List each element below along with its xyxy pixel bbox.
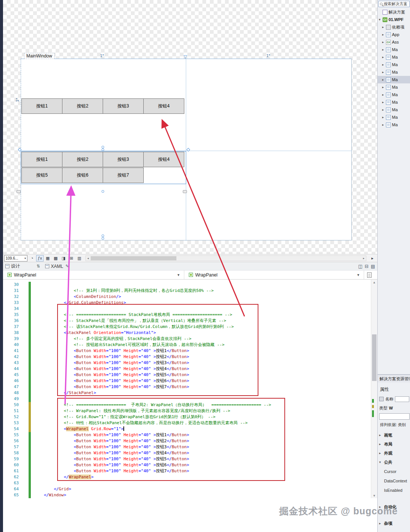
scroll-right-button[interactable]: ▸ bbox=[369, 255, 376, 261]
designer-button[interactable]: 按钮4 bbox=[143, 98, 184, 114]
tree-item[interactable]: ▸Ma bbox=[378, 113, 410, 121]
margin-anchor-icon[interactable] bbox=[17, 190, 21, 193]
code-line[interactable]: 52 <!-- Grid.Row="1"：指定该WrapPanel放在Grid的… bbox=[3, 414, 371, 420]
code-line[interactable]: 35 <!-- ==================== StackPanel堆… bbox=[3, 312, 371, 318]
code-line[interactable]: 53 <!-- 特性：相比StackPanel不会隐藏超出内容，而是自动换行，更… bbox=[3, 420, 371, 426]
chevron-down-icon[interactable]: ▾ bbox=[379, 460, 383, 464]
code-line[interactable]: 64 </Grid> bbox=[3, 486, 371, 492]
code-line[interactable]: 47 <Button Width="100" Height="40" >按钮7<… bbox=[3, 384, 371, 390]
grid-column0-width-label[interactable]: 1* bbox=[100, 53, 104, 58]
code-line[interactable]: 41 <Button Width="100" Height="40" >按钮1<… bbox=[3, 348, 371, 354]
code-line[interactable]: 48 </StackPanel> bbox=[3, 390, 371, 396]
artboard-background-icon[interactable]: ◨ bbox=[60, 255, 67, 261]
tree-collapsed-icon[interactable]: ▸ bbox=[382, 123, 386, 127]
scrollbar-thumb[interactable] bbox=[372, 334, 377, 381]
designer-button[interactable]: 按钮1 bbox=[21, 152, 62, 167]
tree-item[interactable]: ▸Ma bbox=[378, 121, 410, 128]
designer-button[interactable]: 按钮2 bbox=[62, 152, 103, 167]
split-vertical-icon[interactable]: ◫ bbox=[358, 264, 362, 269]
tree-collapsed-icon[interactable]: ▸ bbox=[382, 55, 386, 59]
chevron-right-icon[interactable]: ▸ bbox=[379, 433, 383, 437]
code-line[interactable]: 33 </Grid.ColumnDefinitions> bbox=[3, 300, 371, 306]
code-line[interactable]: 56 <Button Width="100" Height="40" >按钮2<… bbox=[3, 438, 371, 444]
properties-pane-title[interactable]: 属性 bbox=[380, 386, 389, 393]
zoom-fit-icon[interactable]: ◔ bbox=[28, 255, 36, 261]
property-item[interactable]: DataContext bbox=[378, 476, 410, 485]
tree-item[interactable]: ▸Ma bbox=[378, 83, 410, 91]
designer-button[interactable]: 按钮4 bbox=[143, 152, 184, 167]
tree-collapsed-icon[interactable]: ▸ bbox=[382, 85, 386, 89]
tree-item[interactable]: ▸Ma bbox=[378, 53, 410, 61]
code-line[interactable]: 60 <Button Width="100" Height="40" >按钮6<… bbox=[3, 462, 371, 468]
designer-button[interactable]: 按钮3 bbox=[103, 152, 144, 167]
snaplines-icon[interactable]: ⊞ bbox=[68, 255, 75, 261]
tree-collapsed-icon[interactable]: ▸ bbox=[382, 63, 386, 66]
code-line[interactable]: 40 <!-- 按钮超出StackPanel可视区域时，默认无滚动条，超出部分会… bbox=[3, 342, 371, 348]
selection-handle[interactable] bbox=[102, 148, 104, 151]
selection-handle[interactable] bbox=[102, 237, 104, 240]
tree-collapsed-icon[interactable]: ▸ bbox=[382, 78, 386, 82]
property-item[interactable]: Cursor bbox=[378, 467, 410, 476]
tab-design[interactable]: 设计 bbox=[5, 263, 20, 269]
tree-collapsed-icon[interactable]: ▸ bbox=[382, 48, 386, 51]
property-group-collapsed[interactable]: ▸杂项 bbox=[378, 519, 410, 528]
grid-column1-width-label[interactable]: 1* bbox=[266, 53, 270, 58]
property-group-collapsed[interactable]: ▸外观 bbox=[378, 449, 410, 458]
name-input[interactable] bbox=[395, 396, 409, 402]
xaml-designer-surface[interactable]: MainWindow 1* 1* 1* ▽ 按钮1按钮2按钮3按钮4 按钮1按钮… bbox=[3, 0, 377, 254]
code-line[interactable]: 58 <Button Width="100" Height="40" >按钮4<… bbox=[3, 450, 371, 456]
code-line[interactable]: 65 </Window> bbox=[3, 492, 371, 498]
tree-item[interactable]: 解决方案 bbox=[378, 8, 410, 16]
code-line[interactable]: 36 <!-- StackPanel是「线性布局控件」，默认垂直（Vertica… bbox=[3, 318, 371, 324]
code-line[interactable]: 31 <!-- 第1列：同理第0列，两列无特殊指定时，各占Grid总宽度的50%… bbox=[3, 288, 371, 294]
tree-item[interactable]: ▸Ma bbox=[378, 106, 410, 113]
tree-collapsed-icon[interactable]: ▸ bbox=[382, 70, 386, 74]
properties-search-input[interactable] bbox=[379, 413, 410, 420]
xaml-code-editor[interactable]: 3031 <!-- 第1列：同理第0列，两列无特殊指定时，各占Grid总宽度的5… bbox=[3, 280, 377, 498]
tree-item[interactable]: ▸Ma bbox=[378, 91, 410, 98]
tree-collapsed-icon[interactable]: ▸ bbox=[382, 100, 386, 104]
designer-button[interactable]: 按钮5 bbox=[21, 168, 62, 183]
chevron-right-icon[interactable]: ▸ bbox=[379, 521, 383, 525]
code-line[interactable]: 49 bbox=[3, 396, 371, 402]
code-line[interactable]: 50 <!-- ==================== 子布局2: WrapP… bbox=[3, 402, 371, 408]
wrappanel-selection[interactable]: 按钮1按钮2按钮3按钮4 按钮5按钮6按钮7 bbox=[21, 151, 186, 184]
tree-collapsed-icon[interactable]: ▸ bbox=[382, 33, 386, 36]
tree-collapsed-icon[interactable]: ▸ bbox=[382, 115, 386, 119]
tree-expanded-icon[interactable]: ▾ bbox=[379, 18, 383, 21]
code-line[interactable]: 37 <!-- 该StackPanel未指定Grid.Row/Grid.Colu… bbox=[3, 324, 371, 330]
tree-collapsed-icon[interactable]: ▸ bbox=[382, 93, 386, 97]
scroll-down-icon[interactable]: ▼ bbox=[371, 493, 377, 498]
chevron-down-icon[interactable]: ▼ bbox=[177, 273, 184, 277]
scroll-right-icon[interactable]: ▸ bbox=[361, 256, 366, 261]
property-group-collapsed[interactable]: ▸画笔 bbox=[378, 431, 410, 440]
code-line[interactable]: 45 <Button Width="100" Height="40" >按钮5<… bbox=[3, 372, 371, 378]
tree-collapsed-icon[interactable]: ▸ bbox=[382, 25, 386, 29]
designer-button[interactable]: 按钮2 bbox=[62, 98, 103, 114]
code-line[interactable]: 42 <Button Width="100" Height="40" >按钮2<… bbox=[3, 354, 371, 360]
element-selector-right[interactable]: WrapPanel ▼ bbox=[184, 271, 364, 279]
document-outline-icon[interactable] bbox=[367, 272, 372, 278]
scroll-left-icon[interactable]: ◂ bbox=[86, 256, 90, 261]
chevron-right-icon[interactable]: ▸ bbox=[379, 451, 383, 455]
code-line[interactable]: 38 <StackPanel Orientation="Horizontal"> bbox=[3, 330, 371, 336]
show-grid-icon[interactable]: ▦ bbox=[44, 255, 52, 261]
code-line[interactable]: 62 </WrapPanel> bbox=[3, 474, 371, 480]
tree-item[interactable]: ▸Ma bbox=[378, 46, 410, 53]
chevron-down-icon[interactable]: ▼ bbox=[357, 273, 364, 277]
effects-fx-icon[interactable]: ƒx bbox=[36, 255, 44, 261]
swap-panes-icon[interactable]: ⇅ bbox=[36, 264, 40, 269]
tree-item[interactable]: ▸依赖项 bbox=[378, 23, 410, 31]
grid-row0-height-label[interactable]: 1* bbox=[15, 98, 20, 102]
tree-item[interactable]: ▸Ma bbox=[378, 68, 410, 76]
designer-button[interactable]: 按钮6 bbox=[62, 168, 103, 183]
selection-handle[interactable] bbox=[102, 146, 104, 148]
solution-explorer-pane-title[interactable]: 解决方案资源管理器 bbox=[378, 374, 410, 382]
code-line[interactable]: 51 <!-- WrapPanel: 线性布局的增强版，子元素超出容器宽度/高度… bbox=[3, 408, 371, 414]
tree-collapsed-icon[interactable]: ▸ bbox=[382, 40, 386, 44]
code-line[interactable]: 30 bbox=[3, 282, 371, 288]
property-group-collapsed[interactable]: ▸布局 bbox=[378, 440, 410, 449]
code-line[interactable]: 39 <!-- 多个固定宽高的按钮，StackPanel会垂直依次排列 --> bbox=[3, 336, 371, 342]
property-group-expanded[interactable]: ▾公共 bbox=[378, 458, 410, 467]
selection-handle[interactable] bbox=[102, 234, 104, 237]
